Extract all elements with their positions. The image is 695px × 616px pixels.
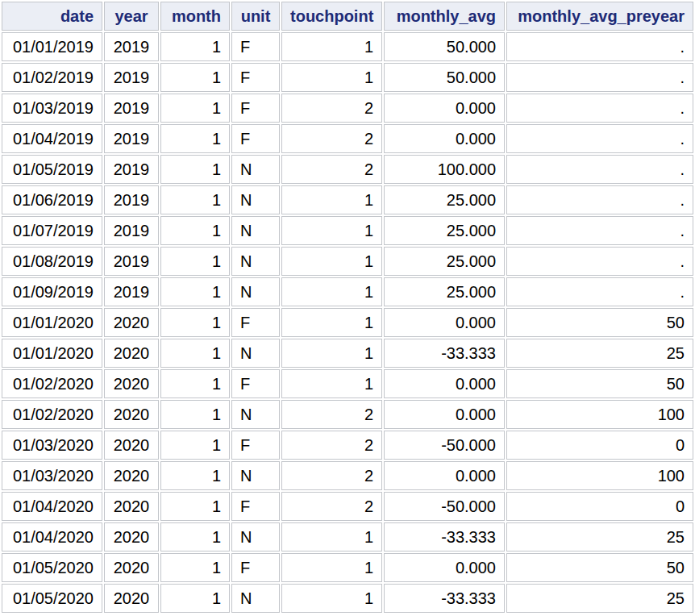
cell-touchpoint: 1 bbox=[281, 63, 382, 92]
cell-year: 2020 bbox=[104, 461, 159, 490]
cell-date: 01/04/2020 bbox=[2, 492, 102, 521]
cell-unit: F bbox=[231, 308, 280, 337]
cell-year: 2019 bbox=[104, 32, 159, 61]
cell-touchpoint: 1 bbox=[281, 553, 382, 582]
cell-touchpoint: 2 bbox=[281, 94, 382, 123]
cell-monthly_avg_preyear: 0 bbox=[506, 492, 693, 521]
cell-unit: F bbox=[231, 94, 280, 123]
header-cell-month: month bbox=[160, 2, 230, 31]
cell-monthly_avg: 0.000 bbox=[384, 553, 505, 582]
cell-touchpoint: 1 bbox=[281, 185, 382, 214]
cell-month: 1 bbox=[160, 461, 230, 490]
cell-month: 1 bbox=[160, 308, 230, 337]
cell-monthly_avg_preyear: . bbox=[506, 94, 693, 123]
cell-unit: N bbox=[231, 216, 280, 245]
cell-monthly_avg: -33.333 bbox=[384, 522, 505, 551]
cell-monthly_avg_preyear: 25 bbox=[506, 584, 693, 613]
cell-unit: F bbox=[231, 369, 280, 398]
cell-date: 01/02/2020 bbox=[2, 369, 102, 398]
cell-monthly_avg_preyear: . bbox=[506, 185, 693, 214]
cell-year: 2020 bbox=[104, 584, 159, 613]
cell-monthly_avg_preyear: 25 bbox=[506, 339, 693, 368]
cell-year: 2020 bbox=[104, 400, 159, 429]
cell-month: 1 bbox=[160, 124, 230, 153]
table-row: 01/03/202020201F2-50.0000 bbox=[2, 431, 693, 460]
cell-monthly_avg_preyear: . bbox=[506, 124, 693, 153]
cell-monthly_avg: 0.000 bbox=[384, 124, 505, 153]
cell-year: 2020 bbox=[104, 339, 159, 368]
cell-unit: N bbox=[231, 247, 280, 276]
cell-date: 01/01/2020 bbox=[2, 308, 102, 337]
cell-year: 2020 bbox=[104, 431, 159, 460]
cell-month: 1 bbox=[160, 369, 230, 398]
cell-monthly_avg: -50.000 bbox=[384, 492, 505, 521]
cell-monthly_avg: 25.000 bbox=[384, 185, 505, 214]
cell-year: 2019 bbox=[104, 94, 159, 123]
cell-touchpoint: 2 bbox=[281, 400, 382, 429]
cell-touchpoint: 1 bbox=[281, 247, 382, 276]
cell-touchpoint: 1 bbox=[281, 32, 382, 61]
table-row: 01/05/202020201F10.00050 bbox=[2, 553, 693, 582]
cell-year: 2020 bbox=[104, 553, 159, 582]
cell-month: 1 bbox=[160, 584, 230, 613]
cell-date: 01/01/2019 bbox=[2, 32, 102, 61]
header-cell-touchpoint: touchpoint bbox=[281, 2, 382, 31]
cell-unit: F bbox=[231, 32, 280, 61]
cell-month: 1 bbox=[160, 400, 230, 429]
header-cell-unit: unit bbox=[231, 2, 280, 31]
cell-monthly_avg_preyear: 25 bbox=[506, 522, 693, 551]
cell-month: 1 bbox=[160, 63, 230, 92]
table-row: 01/02/202020201F10.00050 bbox=[2, 369, 693, 398]
cell-date: 01/04/2019 bbox=[2, 124, 102, 153]
results-table-container: dateyearmonthunittouchpointmonthly_avgmo… bbox=[0, 0, 695, 614]
cell-date: 01/04/2020 bbox=[2, 522, 102, 551]
cell-year: 2019 bbox=[104, 216, 159, 245]
cell-year: 2020 bbox=[104, 522, 159, 551]
cell-year: 2019 bbox=[104, 124, 159, 153]
table-row: 01/06/201920191N125.000. bbox=[2, 185, 693, 214]
cell-unit: F bbox=[231, 553, 280, 582]
cell-monthly_avg: 50.000 bbox=[384, 32, 505, 61]
cell-touchpoint: 1 bbox=[281, 339, 382, 368]
cell-unit: F bbox=[231, 63, 280, 92]
cell-touchpoint: 1 bbox=[281, 308, 382, 337]
cell-unit: N bbox=[231, 522, 280, 551]
cell-monthly_avg: 0.000 bbox=[384, 94, 505, 123]
cell-monthly_avg_preyear: . bbox=[506, 32, 693, 61]
cell-date: 01/05/2019 bbox=[2, 155, 102, 184]
cell-monthly_avg: 0.000 bbox=[384, 461, 505, 490]
cell-month: 1 bbox=[160, 553, 230, 582]
cell-touchpoint: 1 bbox=[281, 277, 382, 306]
cell-year: 2020 bbox=[104, 492, 159, 521]
table-row: 01/02/202020201N20.000100 bbox=[2, 400, 693, 429]
cell-month: 1 bbox=[160, 185, 230, 214]
cell-monthly_avg: -50.000 bbox=[384, 431, 505, 460]
cell-unit: N bbox=[231, 400, 280, 429]
cell-date: 01/02/2020 bbox=[2, 400, 102, 429]
cell-monthly_avg: 0.000 bbox=[384, 400, 505, 429]
cell-monthly_avg_preyear: . bbox=[506, 216, 693, 245]
table-row: 01/02/201920191F150.000. bbox=[2, 63, 693, 92]
cell-touchpoint: 2 bbox=[281, 124, 382, 153]
cell-date: 01/05/2020 bbox=[2, 584, 102, 613]
header-row: dateyearmonthunittouchpointmonthly_avgmo… bbox=[2, 2, 693, 31]
table-row: 01/08/201920191N125.000. bbox=[2, 247, 693, 276]
table-row: 01/01/202020201F10.00050 bbox=[2, 308, 693, 337]
cell-month: 1 bbox=[160, 277, 230, 306]
cell-monthly_avg_preyear: . bbox=[506, 155, 693, 184]
cell-unit: F bbox=[231, 431, 280, 460]
header-cell-date: date bbox=[2, 2, 102, 31]
cell-monthly_avg_preyear: 50 bbox=[506, 553, 693, 582]
cell-unit: N bbox=[231, 155, 280, 184]
cell-date: 01/08/2019 bbox=[2, 247, 102, 276]
cell-month: 1 bbox=[160, 522, 230, 551]
cell-touchpoint: 2 bbox=[281, 492, 382, 521]
cell-monthly_avg: 25.000 bbox=[384, 277, 505, 306]
table-body: 01/01/201920191F150.000.01/02/201920191F… bbox=[2, 32, 693, 613]
cell-monthly_avg: 25.000 bbox=[384, 247, 505, 276]
cell-monthly_avg_preyear: 100 bbox=[506, 461, 693, 490]
cell-monthly_avg_preyear: 0 bbox=[506, 431, 693, 460]
data-table: dateyearmonthunittouchpointmonthly_avgmo… bbox=[0, 0, 695, 614]
cell-touchpoint: 1 bbox=[281, 216, 382, 245]
cell-monthly_avg: -33.333 bbox=[384, 339, 505, 368]
